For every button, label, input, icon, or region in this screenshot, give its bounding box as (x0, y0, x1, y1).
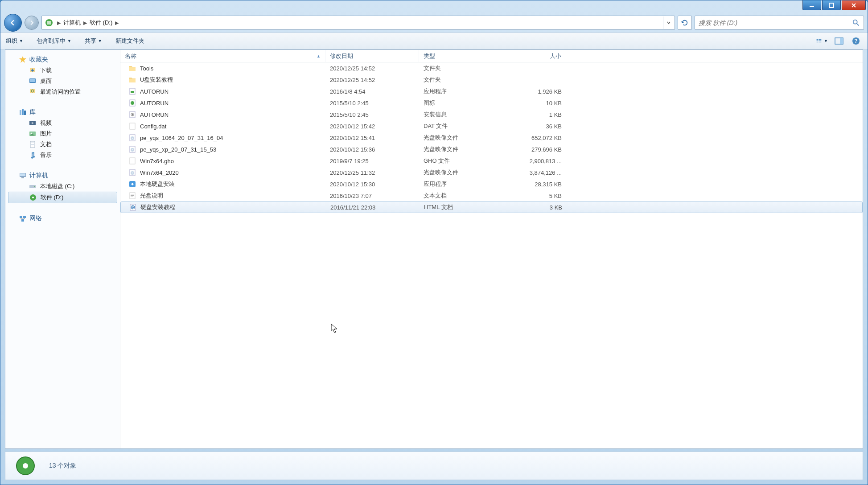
include-in-library-menu[interactable]: 包含到库中▼ (37, 37, 71, 45)
svg-rect-0 (810, 6, 814, 7)
nav-drive-d[interactable]: 软件 (D:) (8, 192, 117, 203)
svg-rect-9 (819, 41, 821, 41)
organize-label: 组织 (6, 37, 17, 45)
breadcrumb-sep-icon[interactable]: ▶ (57, 20, 61, 26)
libraries-header[interactable]: 库 (5, 107, 120, 118)
file-type: 文件夹 (419, 76, 508, 84)
file-row[interactable]: Tools2020/12/25 14:52文件夹 (120, 62, 863, 74)
svg-rect-6 (817, 41, 819, 41)
file-size: 3 KB (509, 204, 567, 211)
file-name: 硬盘安装教程 (140, 203, 175, 211)
svg-rect-20 (20, 110, 21, 115)
network-label: 网络 (29, 214, 42, 222)
file-size: 279,696 KB (508, 146, 566, 153)
search-icon (852, 19, 860, 27)
svg-point-44 (131, 101, 134, 105)
search-input[interactable] (699, 19, 852, 26)
file-type: 应用程序 (419, 180, 508, 188)
file-date: 2015/5/10 2:45 (325, 100, 419, 107)
file-size: 2,900,813 ... (508, 158, 566, 164)
svg-point-54 (132, 149, 133, 150)
nav-drive-c[interactable]: 本地磁盘 (C:) (5, 181, 120, 192)
drive-icon (45, 18, 53, 27)
file-name: 本地硬盘安装 (140, 180, 175, 188)
inf-icon (128, 111, 136, 119)
navigation-pane[interactable]: 收藏夹 下载 桌面 最近访问的位置 库 视频 图片 文档 音乐 计算机 (5, 50, 120, 448)
iso-icon (128, 145, 136, 153)
svg-rect-1 (829, 3, 834, 8)
nav-desktop[interactable]: 桌面 (5, 76, 120, 86)
file-name: 光盘说明 (140, 192, 163, 200)
column-type[interactable]: 类型 (419, 50, 508, 62)
svg-rect-5 (817, 39, 819, 40)
window-controls (802, 0, 866, 10)
search-box[interactable] (695, 16, 864, 30)
file-row[interactable]: U盘安装教程2020/12/25 14:52文件夹 (120, 74, 863, 86)
video-icon (29, 119, 37, 127)
titlebar[interactable] (0, 0, 868, 13)
file-pane: 名称▲ 修改日期 类型 大小 Tools2020/12/25 14:52文件夹U… (120, 50, 863, 448)
view-mode-button[interactable]: ▼ (816, 35, 828, 47)
svg-rect-17 (30, 79, 35, 82)
minimize-button[interactable] (802, 0, 821, 10)
nav-documents[interactable]: 文档 (5, 139, 120, 150)
svg-rect-39 (129, 67, 136, 71)
refresh-button[interactable] (678, 16, 692, 30)
file-row[interactable]: AUTORUN2015/5/10 2:45安装信息1 KB (120, 109, 863, 120)
file-row[interactable]: Config.dat2020/10/12 15:42DAT 文件36 KB (120, 120, 863, 132)
txt-icon (128, 192, 136, 200)
file-row[interactable]: pe_yqs_1064_20_07_31_16_042020/10/12 15:… (120, 132, 863, 144)
back-button[interactable] (4, 14, 22, 32)
breadcrumb-sep-icon[interactable]: ▶ (83, 20, 87, 26)
nav-recent[interactable]: 最近访问的位置 (5, 86, 120, 97)
file-name: Win7x64.gho (140, 158, 174, 164)
help-button[interactable]: ? (850, 35, 862, 47)
file-type: 安装信息 (419, 111, 508, 119)
organize-menu[interactable]: 组织▼ (6, 37, 23, 45)
svg-point-35 (32, 197, 34, 198)
nav-downloads[interactable]: 下载 (5, 65, 120, 76)
ico-icon (128, 99, 136, 107)
file-row[interactable]: pe_yqs_xp_20_07_31_15_532020/10/12 15:36… (120, 144, 863, 155)
file-size: 1 KB (508, 111, 566, 118)
address-dropdown[interactable] (663, 16, 674, 29)
svg-rect-36 (20, 216, 22, 218)
network-header[interactable]: 网络 (5, 213, 120, 224)
maximize-button[interactable] (822, 0, 841, 10)
new-folder-button[interactable]: 新建文件夹 (115, 37, 144, 45)
file-row[interactable]: Win7x64_20202020/12/25 11:32光盘映像文件3,874,… (120, 167, 863, 178)
file-type: 光盘映像文件 (419, 169, 508, 177)
share-menu[interactable]: 共享▼ (85, 37, 102, 45)
file-type: HTML 文档 (420, 203, 509, 211)
nav-music[interactable]: 音乐 (5, 150, 120, 160)
file-row[interactable]: 本地硬盘安装2020/10/12 15:30应用程序28,315 KB (120, 178, 863, 190)
html-icon (129, 203, 137, 211)
preview-pane-button[interactable] (833, 35, 845, 47)
file-row[interactable]: AUTORUN2015/5/10 2:45图标10 KB (120, 97, 863, 109)
address-bar[interactable]: ▶ 计算机 ▶ 软件 (D:) ▶ (41, 16, 675, 30)
computer-header[interactable]: 计算机 (5, 170, 120, 181)
file-row[interactable]: 光盘说明2016/10/23 7:07文本文档5 KB (120, 190, 863, 201)
file-row[interactable]: Win7x64.gho2019/9/7 19:25GHO 文件2,900,813… (120, 155, 863, 167)
column-size[interactable]: 大小 (508, 50, 566, 62)
breadcrumb-drive[interactable]: 软件 (D:) (89, 17, 113, 29)
column-name[interactable]: 名称▲ (120, 50, 325, 62)
column-date[interactable]: 修改日期 (325, 50, 419, 62)
forward-button[interactable] (25, 16, 39, 30)
file-name: U盘安装教程 (140, 76, 173, 84)
file-row[interactable]: AUTORUN2016/1/8 4:54应用程序1,926 KB (120, 86, 863, 97)
file-list[interactable]: Tools2020/12/25 14:52文件夹U盘安装教程2020/12/25… (120, 62, 863, 448)
breadcrumb-computer[interactable]: 计算机 (62, 17, 82, 29)
nav-videos[interactable]: 视频 (5, 118, 120, 128)
address-row: ▶ 计算机 ▶ 软件 (D:) ▶ (0, 13, 868, 33)
file-date: 2020/12/25 14:52 (325, 77, 419, 83)
download-icon (29, 66, 37, 74)
file-name: pe_yqs_xp_20_07_31_15_53 (140, 146, 216, 153)
file-row[interactable]: 硬盘安装教程2016/11/21 22:03HTML 文档3 KB (120, 201, 863, 213)
nav-pictures[interactable]: 图片 (5, 128, 120, 139)
favorites-header[interactable]: 收藏夹 (5, 54, 120, 65)
close-button[interactable] (842, 0, 866, 10)
file-name: AUTORUN (140, 88, 169, 95)
exe-icon (128, 87, 136, 95)
breadcrumb-sep-icon[interactable]: ▶ (115, 20, 119, 26)
